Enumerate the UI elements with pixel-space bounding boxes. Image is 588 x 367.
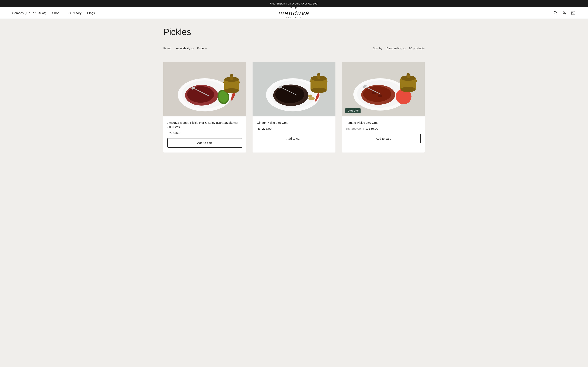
sort-right: Sort by: Best selling 10 products: [373, 47, 425, 50]
product-name-2: Ginger Pickle 250 Gms: [257, 120, 331, 125]
product-name-3: Tomato Pickle 250 Gms: [346, 120, 421, 125]
sale-price-3: Rs. 186.00: [363, 127, 378, 130]
product-price-3: Rs. 250.00 Rs. 186.00: [346, 127, 421, 130]
filter-left: Filter: Availability Price: [163, 45, 207, 51]
svg-point-2: [563, 11, 565, 13]
announcement-bar: Free Shipping on Orders Over Rs. 699!: [0, 0, 588, 7]
search-icon[interactable]: [553, 10, 558, 15]
svg-point-36: [363, 86, 391, 102]
filter-label: Filter:: [163, 47, 171, 50]
header-icons: [553, 10, 576, 15]
svg-point-0: [554, 11, 557, 14]
logo-the: THE: [278, 7, 310, 9]
shop-dropdown-icon: [60, 11, 63, 14]
svg-line-1: [556, 14, 557, 15]
sort-label: Sort by:: [373, 47, 383, 50]
product-info-1: Avakaya Mango Pickle Hot & Spicy (Karapa…: [163, 117, 246, 152]
svg-point-8: [187, 86, 214, 103]
product-image-1[interactable]: [163, 62, 246, 117]
discount-badge-3: -25% OFF: [345, 108, 361, 113]
product-card-2: Ginger Pickle 250 Gms Rs. 275.00 Add to …: [252, 62, 335, 152]
svg-point-14: [224, 88, 239, 93]
product-grid: Avakaya Mango Pickle Hot & Spicy (Karapa…: [163, 62, 425, 152]
svg-point-38: [378, 94, 382, 97]
svg-point-44: [401, 87, 415, 92]
svg-point-27: [311, 88, 327, 93]
account-icon[interactable]: [562, 10, 567, 15]
product-count: 10 products: [409, 47, 425, 50]
product-card-3: -25% OFF Tomato Pickle 250 Gms Rs. 250.0…: [342, 62, 425, 152]
price-chevron-icon: [205, 46, 208, 49]
product-card-1: Avakaya Mango Pickle Hot & Spicy (Karapa…: [163, 62, 246, 152]
product-name-1: Avakaya Mango Pickle Hot & Spicy (Karapa…: [167, 120, 242, 129]
add-to-cart-3[interactable]: Add to cart: [346, 134, 421, 143]
nav-blogs[interactable]: Blogs: [87, 11, 95, 15]
main-content: Pickles Filter: Availability Price Sort …: [151, 19, 437, 161]
announcement-text: Free Shipping on Orders Over Rs. 699!: [270, 2, 318, 5]
nav-shop[interactable]: Shop: [52, 11, 63, 15]
nav-our-story[interactable]: Our Story: [68, 11, 81, 15]
product-image-3[interactable]: -25% OFF: [342, 62, 425, 117]
site-logo[interactable]: THE manduvā PROJECT: [278, 7, 310, 19]
product-price-1: Rs. 575.00: [167, 131, 242, 134]
price-filter[interactable]: Price: [197, 45, 207, 51]
svg-point-46: [406, 73, 410, 75]
filter-bar: Filter: Availability Price Sort by: Best…: [163, 45, 425, 54]
nav-left: Combos ( Up To 15% off) Shop Our Story B…: [12, 11, 95, 15]
product-image-2[interactable]: [252, 62, 335, 117]
availability-filter[interactable]: Availability: [176, 45, 194, 51]
page-title: Pickles: [163, 27, 425, 37]
svg-point-16: [230, 74, 233, 76]
sort-select[interactable]: Best selling: [387, 47, 406, 50]
availability-chevron-icon: [191, 46, 194, 49]
product-price-2: Rs. 275.00: [257, 127, 331, 130]
product-info-3: Tomato Pickle 250 Gms Rs. 250.00 Rs. 186…: [342, 117, 425, 148]
original-price-3: Rs. 250.00: [346, 127, 361, 130]
logo-project: PROJECT: [278, 17, 310, 19]
product-info-2: Ginger Pickle 250 Gms Rs. 275.00 Add to …: [252, 117, 335, 148]
sort-chevron-icon: [403, 46, 406, 49]
header: Combos ( Up To 15% off) Shop Our Story B…: [0, 7, 588, 19]
logo-name: manduvā: [278, 9, 310, 17]
add-to-cart-2[interactable]: Add to cart: [257, 134, 331, 143]
nav-combos[interactable]: Combos ( Up To 15% off): [12, 11, 47, 15]
add-to-cart-1[interactable]: Add to cart: [167, 138, 242, 148]
svg-point-29: [317, 73, 320, 75]
cart-icon[interactable]: [571, 10, 576, 15]
